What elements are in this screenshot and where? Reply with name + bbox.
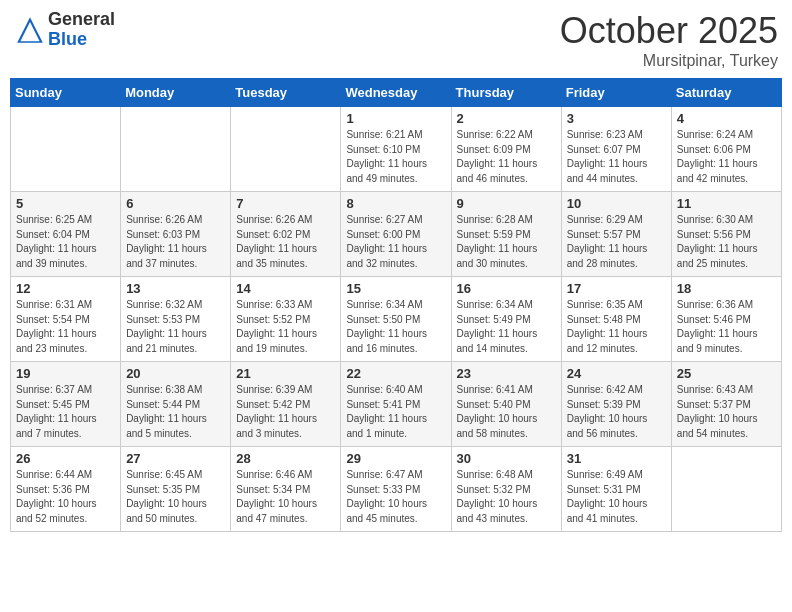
calendar-cell: 22Sunrise: 6:40 AM Sunset: 5:41 PM Dayli… (341, 362, 451, 447)
calendar-cell: 12Sunrise: 6:31 AM Sunset: 5:54 PM Dayli… (11, 277, 121, 362)
calendar-header-row: SundayMondayTuesdayWednesdayThursdayFrid… (11, 79, 782, 107)
day-number: 5 (16, 196, 115, 211)
day-number: 8 (346, 196, 445, 211)
calendar-week-4: 19Sunrise: 6:37 AM Sunset: 5:45 PM Dayli… (11, 362, 782, 447)
day-number: 9 (457, 196, 556, 211)
cell-content: Sunrise: 6:29 AM Sunset: 5:57 PM Dayligh… (567, 213, 666, 271)
cell-content: Sunrise: 6:37 AM Sunset: 5:45 PM Dayligh… (16, 383, 115, 441)
logo-icon (14, 14, 46, 46)
calendar-cell: 14Sunrise: 6:33 AM Sunset: 5:52 PM Dayli… (231, 277, 341, 362)
calendar-cell: 24Sunrise: 6:42 AM Sunset: 5:39 PM Dayli… (561, 362, 671, 447)
day-number: 4 (677, 111, 776, 126)
calendar-cell: 21Sunrise: 6:39 AM Sunset: 5:42 PM Dayli… (231, 362, 341, 447)
calendar-week-5: 26Sunrise: 6:44 AM Sunset: 5:36 PM Dayli… (11, 447, 782, 532)
day-number: 18 (677, 281, 776, 296)
month-title: October 2025 (560, 10, 778, 52)
day-number: 11 (677, 196, 776, 211)
column-header-friday: Friday (561, 79, 671, 107)
cell-content: Sunrise: 6:38 AM Sunset: 5:44 PM Dayligh… (126, 383, 225, 441)
day-number: 25 (677, 366, 776, 381)
day-number: 14 (236, 281, 335, 296)
calendar-cell: 23Sunrise: 6:41 AM Sunset: 5:40 PM Dayli… (451, 362, 561, 447)
calendar-cell: 7Sunrise: 6:26 AM Sunset: 6:02 PM Daylig… (231, 192, 341, 277)
column-header-monday: Monday (121, 79, 231, 107)
calendar-cell: 19Sunrise: 6:37 AM Sunset: 5:45 PM Dayli… (11, 362, 121, 447)
cell-content: Sunrise: 6:34 AM Sunset: 5:49 PM Dayligh… (457, 298, 556, 356)
calendar-cell: 3Sunrise: 6:23 AM Sunset: 6:07 PM Daylig… (561, 107, 671, 192)
calendar-cell: 15Sunrise: 6:34 AM Sunset: 5:50 PM Dayli… (341, 277, 451, 362)
cell-content: Sunrise: 6:35 AM Sunset: 5:48 PM Dayligh… (567, 298, 666, 356)
calendar-cell: 25Sunrise: 6:43 AM Sunset: 5:37 PM Dayli… (671, 362, 781, 447)
day-number: 28 (236, 451, 335, 466)
calendar-cell: 20Sunrise: 6:38 AM Sunset: 5:44 PM Dayli… (121, 362, 231, 447)
day-number: 17 (567, 281, 666, 296)
calendar-cell (121, 107, 231, 192)
calendar-cell: 11Sunrise: 6:30 AM Sunset: 5:56 PM Dayli… (671, 192, 781, 277)
calendar-cell: 2Sunrise: 6:22 AM Sunset: 6:09 PM Daylig… (451, 107, 561, 192)
cell-content: Sunrise: 6:22 AM Sunset: 6:09 PM Dayligh… (457, 128, 556, 186)
location-title: Mursitpinar, Turkey (560, 52, 778, 70)
day-number: 12 (16, 281, 115, 296)
calendar-cell: 10Sunrise: 6:29 AM Sunset: 5:57 PM Dayli… (561, 192, 671, 277)
column-header-wednesday: Wednesday (341, 79, 451, 107)
calendar-cell: 4Sunrise: 6:24 AM Sunset: 6:06 PM Daylig… (671, 107, 781, 192)
cell-content: Sunrise: 6:39 AM Sunset: 5:42 PM Dayligh… (236, 383, 335, 441)
day-number: 21 (236, 366, 335, 381)
cell-content: Sunrise: 6:47 AM Sunset: 5:33 PM Dayligh… (346, 468, 445, 526)
calendar-cell: 28Sunrise: 6:46 AM Sunset: 5:34 PM Dayli… (231, 447, 341, 532)
day-number: 24 (567, 366, 666, 381)
cell-content: Sunrise: 6:48 AM Sunset: 5:32 PM Dayligh… (457, 468, 556, 526)
cell-content: Sunrise: 6:42 AM Sunset: 5:39 PM Dayligh… (567, 383, 666, 441)
logo-general-text: General (48, 10, 115, 30)
calendar-cell: 13Sunrise: 6:32 AM Sunset: 5:53 PM Dayli… (121, 277, 231, 362)
cell-content: Sunrise: 6:40 AM Sunset: 5:41 PM Dayligh… (346, 383, 445, 441)
column-header-thursday: Thursday (451, 79, 561, 107)
cell-content: Sunrise: 6:21 AM Sunset: 6:10 PM Dayligh… (346, 128, 445, 186)
day-number: 13 (126, 281, 225, 296)
column-header-saturday: Saturday (671, 79, 781, 107)
calendar-table: SundayMondayTuesdayWednesdayThursdayFrid… (10, 78, 782, 532)
day-number: 30 (457, 451, 556, 466)
cell-content: Sunrise: 6:49 AM Sunset: 5:31 PM Dayligh… (567, 468, 666, 526)
cell-content: Sunrise: 6:25 AM Sunset: 6:04 PM Dayligh… (16, 213, 115, 271)
day-number: 29 (346, 451, 445, 466)
calendar-cell (11, 107, 121, 192)
column-header-tuesday: Tuesday (231, 79, 341, 107)
calendar-cell: 26Sunrise: 6:44 AM Sunset: 5:36 PM Dayli… (11, 447, 121, 532)
day-number: 20 (126, 366, 225, 381)
day-number: 1 (346, 111, 445, 126)
calendar-cell (671, 447, 781, 532)
calendar-cell: 16Sunrise: 6:34 AM Sunset: 5:49 PM Dayli… (451, 277, 561, 362)
title-block: October 2025 Mursitpinar, Turkey (560, 10, 778, 70)
day-number: 3 (567, 111, 666, 126)
day-number: 10 (567, 196, 666, 211)
calendar-cell: 5Sunrise: 6:25 AM Sunset: 6:04 PM Daylig… (11, 192, 121, 277)
page-header: General Blue October 2025 Mursitpinar, T… (10, 10, 782, 70)
day-number: 22 (346, 366, 445, 381)
day-number: 31 (567, 451, 666, 466)
cell-content: Sunrise: 6:36 AM Sunset: 5:46 PM Dayligh… (677, 298, 776, 356)
calendar-cell: 30Sunrise: 6:48 AM Sunset: 5:32 PM Dayli… (451, 447, 561, 532)
calendar-cell: 1Sunrise: 6:21 AM Sunset: 6:10 PM Daylig… (341, 107, 451, 192)
logo: General Blue (14, 10, 115, 50)
calendar-cell: 8Sunrise: 6:27 AM Sunset: 6:00 PM Daylig… (341, 192, 451, 277)
day-number: 16 (457, 281, 556, 296)
cell-content: Sunrise: 6:34 AM Sunset: 5:50 PM Dayligh… (346, 298, 445, 356)
cell-content: Sunrise: 6:28 AM Sunset: 5:59 PM Dayligh… (457, 213, 556, 271)
calendar-cell: 18Sunrise: 6:36 AM Sunset: 5:46 PM Dayli… (671, 277, 781, 362)
cell-content: Sunrise: 6:23 AM Sunset: 6:07 PM Dayligh… (567, 128, 666, 186)
calendar-cell: 9Sunrise: 6:28 AM Sunset: 5:59 PM Daylig… (451, 192, 561, 277)
cell-content: Sunrise: 6:45 AM Sunset: 5:35 PM Dayligh… (126, 468, 225, 526)
calendar-cell: 27Sunrise: 6:45 AM Sunset: 5:35 PM Dayli… (121, 447, 231, 532)
cell-content: Sunrise: 6:41 AM Sunset: 5:40 PM Dayligh… (457, 383, 556, 441)
cell-content: Sunrise: 6:43 AM Sunset: 5:37 PM Dayligh… (677, 383, 776, 441)
calendar-cell: 6Sunrise: 6:26 AM Sunset: 6:03 PM Daylig… (121, 192, 231, 277)
calendar-cell: 17Sunrise: 6:35 AM Sunset: 5:48 PM Dayli… (561, 277, 671, 362)
calendar-cell: 31Sunrise: 6:49 AM Sunset: 5:31 PM Dayli… (561, 447, 671, 532)
cell-content: Sunrise: 6:46 AM Sunset: 5:34 PM Dayligh… (236, 468, 335, 526)
calendar-week-3: 12Sunrise: 6:31 AM Sunset: 5:54 PM Dayli… (11, 277, 782, 362)
calendar-cell: 29Sunrise: 6:47 AM Sunset: 5:33 PM Dayli… (341, 447, 451, 532)
day-number: 26 (16, 451, 115, 466)
day-number: 6 (126, 196, 225, 211)
day-number: 27 (126, 451, 225, 466)
